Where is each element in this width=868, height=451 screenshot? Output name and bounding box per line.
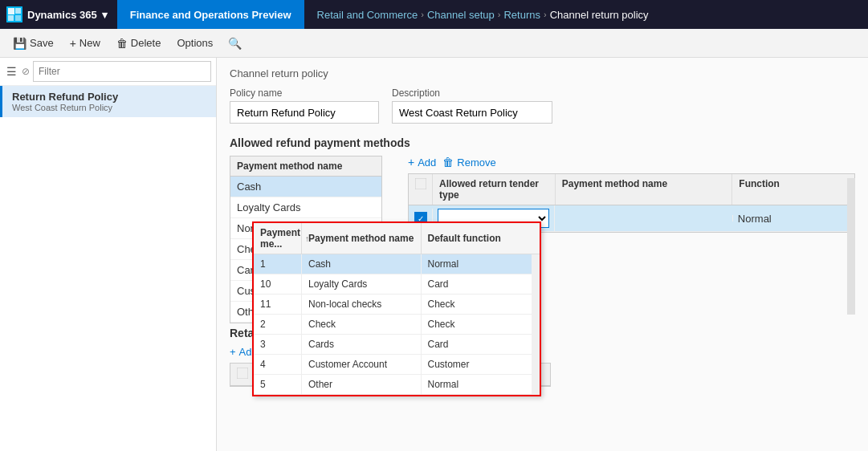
- sidebar-item-title: Return Refund Policy: [12, 91, 206, 103]
- popup-row-4[interactable]: 4 Customer Account Customer: [254, 355, 540, 375]
- breadcrumb-channel[interactable]: Channel setup: [427, 9, 495, 21]
- tender-toolbar: + Add 🗑 Remove: [408, 156, 855, 169]
- tender-table-header: Allowed return tender type Payment metho…: [409, 174, 854, 205]
- dropdown-popup: Payment me... ↑ Payment method name Defa…: [252, 221, 541, 396]
- tender-header-function: Function: [732, 174, 854, 205]
- brand-label: Dynamics 365: [27, 9, 97, 21]
- popup-scrollbar[interactable]: [532, 254, 540, 395]
- tender-header-check: [409, 174, 433, 205]
- payment-item-cash[interactable]: Cash: [230, 177, 381, 197]
- main-toolbar: 💾 Save + New 🗑 Delete Options 🔍: [0, 29, 868, 58]
- tender-remove-button[interactable]: 🗑 Remove: [442, 156, 495, 169]
- popup-row-2[interactable]: 2 Check Check: [254, 315, 540, 335]
- tender-row-method-cell: [555, 215, 733, 221]
- form-row: Policy name Description: [230, 87, 855, 124]
- policy-name-label: Policy name: [230, 87, 379, 99]
- sidebar-item-policy[interactable]: Return Refund Policy West Coast Return P…: [0, 86, 216, 117]
- breadcrumb-sep-2: ›: [498, 10, 501, 19]
- tender-header-method: Payment method name: [556, 174, 733, 205]
- new-button[interactable]: + New: [63, 34, 107, 53]
- new-icon: +: [70, 37, 76, 50]
- popup-row-1[interactable]: 1 Cash Normal: [254, 254, 540, 274]
- popup-col-name: Payment method name: [302, 223, 422, 254]
- svg-rect-1: [15, 8, 21, 14]
- svg-rect-2: [8, 15, 14, 21]
- popup-header: Payment me... ↑ Payment method name Defa…: [254, 223, 540, 254]
- policy-name-field: Policy name: [230, 87, 379, 124]
- remove-icon: 🗑: [442, 156, 454, 169]
- breadcrumb-returns[interactable]: Returns: [503, 9, 540, 21]
- brand[interactable]: Dynamics 365 ▾: [6, 6, 117, 22]
- breadcrumb-current: Channel return policy: [550, 9, 649, 21]
- popup-row-5[interactable]: 5 Other Normal: [254, 375, 540, 395]
- add-icon: +: [408, 156, 414, 169]
- sidebar-item-subtitle: West Coast Return Policy: [12, 103, 206, 112]
- content-area: Channel return policy Policy name Descri…: [217, 58, 868, 451]
- search-button[interactable]: 🔍: [222, 32, 247, 55]
- popup-col-func: Default function: [422, 223, 540, 254]
- breadcrumb: Retail and Commerce › Channel setup › Re…: [304, 9, 649, 21]
- description-input[interactable]: [392, 101, 552, 124]
- retail-add-icon: +: [230, 346, 236, 358]
- section-header: Channel return policy: [230, 67, 855, 79]
- payment-item-loyalty[interactable]: Loyalty Cards: [230, 197, 381, 218]
- sidebar-toolbar: ☰ ⊘: [0, 58, 216, 86]
- retail-header-check: [230, 364, 255, 385]
- tender-header-type: Allowed return tender type: [433, 174, 556, 205]
- svg-rect-5: [237, 368, 248, 379]
- breadcrumb-sep-3: ›: [544, 10, 547, 19]
- delete-button[interactable]: 🗑 Delete: [110, 34, 168, 53]
- topbar: Dynamics 365 ▾ Finance and Operations Pr…: [0, 0, 868, 29]
- save-button[interactable]: 💾 Save: [6, 34, 60, 53]
- svg-rect-4: [415, 178, 426, 189]
- app-title: Finance and Operations Preview: [117, 0, 304, 29]
- tender-table-container: + Add 🗑 Remove Allowed return tender: [408, 156, 855, 323]
- sidebar: ☰ ⊘ Return Refund Policy West Coast Retu…: [0, 58, 217, 451]
- policy-name-input[interactable]: [230, 101, 379, 124]
- popup-col-id: Payment me... ↑: [254, 223, 302, 254]
- d365-icon: [6, 6, 22, 22]
- refund-section-title: Allowed refund payment methods: [230, 136, 855, 149]
- popup-row-3[interactable]: 3 Cards Card: [254, 335, 540, 355]
- tender-row-function-cell: Normal: [733, 209, 854, 228]
- svg-rect-0: [8, 8, 14, 14]
- breadcrumb-sep-1: ›: [421, 10, 424, 19]
- filter-input[interactable]: [33, 61, 211, 82]
- description-label: Description: [392, 87, 552, 99]
- main-layout: ☰ ⊘ Return Refund Policy West Coast Retu…: [0, 58, 868, 451]
- lines-icon[interactable]: ☰: [5, 63, 18, 79]
- options-button[interactable]: Options: [170, 34, 219, 52]
- svg-rect-3: [15, 15, 21, 21]
- brand-dropdown-icon[interactable]: ▾: [102, 9, 108, 21]
- breadcrumb-retail[interactable]: Retail and Commerce: [317, 9, 418, 21]
- delete-icon: 🗑: [116, 37, 128, 50]
- save-icon: 💾: [13, 37, 26, 50]
- filter-icon: ⊘: [22, 66, 30, 77]
- refund-section: Payment method name Cash Loyalty Cards N…: [230, 156, 855, 323]
- description-field: Description: [392, 87, 552, 124]
- popup-row-10[interactable]: 10 Loyalty Cards Card: [254, 274, 540, 295]
- sidebar-list: Return Refund Policy West Coast Return P…: [0, 86, 216, 451]
- popup-row-11[interactable]: 11 Non-local checks Check: [254, 295, 540, 315]
- payment-list-header: Payment method name: [230, 156, 381, 177]
- list-scrollbar[interactable]: [847, 178, 855, 315]
- tender-add-button[interactable]: + Add: [408, 156, 436, 169]
